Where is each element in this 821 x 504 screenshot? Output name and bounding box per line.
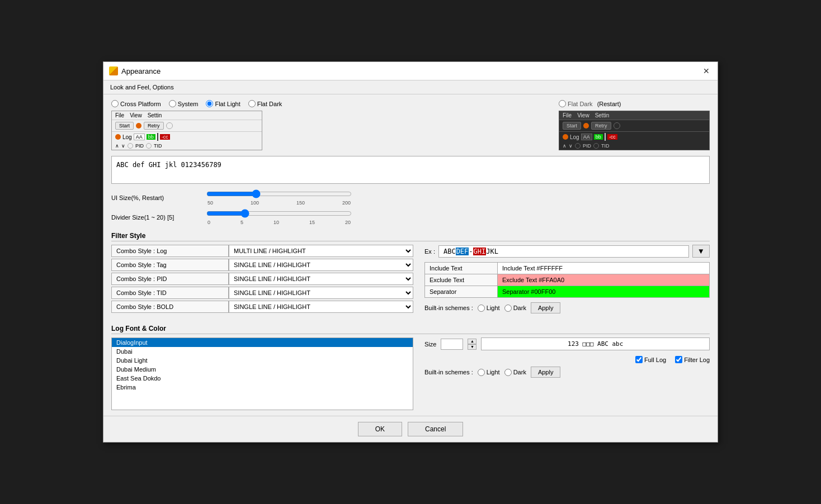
dialog-titlebar: Appearance ✕ bbox=[103, 62, 718, 80]
ex-highlight1: DEF bbox=[456, 248, 469, 255]
combo-select-tag-input[interactable]: MULTI LINE / HIGHLIGHT SINGLE LINE / HIG… bbox=[229, 259, 413, 270]
radio-flat-dark-2-input[interactable] bbox=[559, 100, 566, 107]
cs-exclude-value[interactable]: Exclude Text #FFA0A0 bbox=[498, 274, 710, 286]
combo-row-tid: Combo Style : TID MULTI LINE / HIGHLIGHT… bbox=[111, 287, 413, 299]
combo-select-tid-input[interactable]: MULTI LINE / HIGHLIGHT SINGLE LINE / HIG… bbox=[229, 287, 413, 298]
combo-select-bold[interactable]: MULTI LINE / HIGHLIGHT SINGLE LINE / HIG… bbox=[229, 301, 413, 313]
radio-cross-platform-input[interactable] bbox=[111, 100, 119, 107]
divider-size-ticks: 0 5 10 15 20 bbox=[206, 220, 352, 225]
size-row: Size 12 ▲ ▼ 123 □□□ ABC abc bbox=[424, 337, 710, 350]
font-radio-dark[interactable]: Dark bbox=[504, 369, 526, 376]
font-item-1[interactable]: Dubai bbox=[112, 347, 413, 356]
mini-retry-btn-light[interactable]: Retry bbox=[144, 122, 164, 130]
radio-system-input[interactable] bbox=[169, 100, 176, 107]
mini-log-row-light: Log AA bb -cc bbox=[112, 132, 262, 142]
mini-start-btn-light[interactable]: Start bbox=[115, 122, 134, 130]
mini-start-btn-dark[interactable]: Start bbox=[563, 122, 581, 130]
radio-system[interactable]: System bbox=[169, 100, 199, 107]
size-down-button[interactable]: ▼ bbox=[468, 344, 476, 350]
mini-toolbar-dark: Start Retry bbox=[559, 120, 709, 132]
separator-dark bbox=[605, 133, 606, 141]
divider-size-label: Divider Size(1 ~ 20) [5] bbox=[111, 214, 201, 221]
mini-retry-btn-dark[interactable]: Retry bbox=[591, 122, 611, 130]
combo-select-log-input[interactable]: MULTI LINE / HIGHLIGHT SINGLE LINE / HIG… bbox=[229, 245, 413, 256]
font-radio-light[interactable]: Light bbox=[478, 369, 500, 376]
ex-sep: - bbox=[469, 248, 473, 255]
radio-flat-light-input[interactable] bbox=[206, 100, 213, 107]
radio-flat-light[interactable]: Flat Light bbox=[206, 100, 240, 107]
radio-flat-dark-input[interactable] bbox=[248, 100, 256, 107]
restart-note: (Restart) bbox=[597, 101, 621, 107]
cs-exclude-label: Exclude Text bbox=[425, 274, 498, 286]
cancel-button[interactable]: Cancel bbox=[408, 422, 463, 436]
divider-size-slider[interactable] bbox=[206, 209, 352, 218]
ui-size-slider[interactable] bbox=[206, 189, 352, 198]
font-list-wrapper[interactable]: DialogInput Dubai Dubai Light Dubai Medi… bbox=[111, 337, 413, 410]
font-item-0[interactable]: DialogInput bbox=[112, 338, 413, 347]
filter-log-checkbox[interactable] bbox=[675, 356, 682, 363]
ex-before: ABC bbox=[443, 248, 456, 255]
titlebar-left: Appearance bbox=[109, 66, 161, 75]
combo-select-tag[interactable]: MULTI LINE / HIGHLIGHT SINGLE LINE / HIG… bbox=[229, 259, 413, 271]
combo-row-log: Combo Style : Log MULTI LINE / HIGHLIGHT… bbox=[111, 245, 413, 257]
checkbox-row: Full Log Filter Log bbox=[424, 356, 710, 363]
font-radio-light-input[interactable] bbox=[478, 369, 485, 376]
color-scheme-table: Include Text Include Text #FFFFFF Exclud… bbox=[424, 262, 710, 298]
tag-aa-light: AA bbox=[134, 134, 145, 140]
font-radio-dark-input[interactable] bbox=[504, 369, 512, 376]
log-dot-dark bbox=[563, 134, 568, 140]
divider-size-slider-container: 0 5 10 15 20 bbox=[206, 209, 352, 225]
filter-radio-light[interactable]: Light bbox=[478, 305, 500, 312]
combo-select-log[interactable]: MULTI LINE / HIGHLIGHT SINGLE LINE / HIG… bbox=[229, 245, 413, 257]
mini-log-row-dark: Log AA bb -cc bbox=[559, 132, 709, 142]
combo-select-bold-input[interactable]: MULTI LINE / HIGHLIGHT SINGLE LINE / HIG… bbox=[229, 301, 413, 312]
font-builtin-label: Built-in schemes : bbox=[424, 369, 473, 375]
filter-log-checkbox-label[interactable]: Filter Log bbox=[675, 356, 710, 363]
combo-label-log: Combo Style : Log bbox=[111, 245, 229, 257]
size-input[interactable]: 12 bbox=[441, 339, 463, 350]
close-button[interactable]: ✕ bbox=[701, 65, 712, 77]
preview-area: Cross Platform System Flat Light Flat Da… bbox=[111, 100, 710, 150]
full-log-checkbox-label[interactable]: Full Log bbox=[635, 356, 666, 363]
combo-label-tid: Combo Style : TID bbox=[111, 287, 229, 299]
size-up-button[interactable]: ▲ bbox=[468, 339, 476, 344]
font-item-5[interactable]: Ebrima bbox=[112, 383, 413, 392]
font-item-3[interactable]: Dubai Medium bbox=[112, 365, 413, 374]
combo-row-tag: Combo Style : Tag MULTI LINE / HIGHLIGHT… bbox=[111, 259, 413, 271]
combo-select-tid[interactable]: MULTI LINE / HIGHLIGHT SINGLE LINE / HIG… bbox=[229, 287, 413, 299]
preview-dark-area: Flat Dark (Restart) File View Settin Sta… bbox=[559, 100, 710, 150]
font-preview-box: 123 □□□ ABC abc bbox=[481, 337, 710, 350]
ui-size-row: UI Size(%, Restart) 50 100 150 200 bbox=[111, 189, 710, 206]
full-log-checkbox[interactable] bbox=[635, 356, 643, 363]
combo-table: Combo Style : Log MULTI LINE / HIGHLIGHT… bbox=[111, 245, 413, 318]
combo-select-pid[interactable]: MULTI LINE / HIGHLIGHT SINGLE LINE / HIG… bbox=[229, 273, 413, 285]
font-color-header: Log Font & Color bbox=[111, 325, 710, 334]
font-apply-button[interactable]: Apply bbox=[531, 367, 561, 378]
ok-button[interactable]: OK bbox=[358, 422, 402, 436]
radio-flat-dark-label[interactable]: Flat Dark bbox=[559, 100, 593, 107]
ex-row: Ex : ABCDEF-GHIJKL ▼ bbox=[424, 245, 710, 258]
combo-select-pid-input[interactable]: MULTI LINE / HIGHLIGHT SINGLE LINE / HIG… bbox=[229, 273, 413, 284]
filter-radio-dark[interactable]: Dark bbox=[504, 305, 526, 312]
filter-radio-dark-input[interactable] bbox=[504, 305, 512, 312]
filter-right-panel: Ex : ABCDEF-GHIJKL ▼ Include Text Includ… bbox=[424, 245, 710, 318]
size-label: Size bbox=[424, 341, 436, 348]
cs-separator-value[interactable]: Separator #00FF00 bbox=[498, 286, 710, 298]
size-spinner: ▲ ▼ bbox=[468, 339, 476, 350]
dialog-body: Cross Platform System Flat Light Flat Da… bbox=[103, 94, 718, 416]
preview-light: Cross Platform System Flat Light Flat Da… bbox=[111, 100, 548, 150]
font-item-4[interactable]: East Sea Dokdo bbox=[112, 374, 413, 383]
ex-preview-box: ABCDEF-GHIJKL bbox=[438, 245, 689, 258]
combo-label-bold: Combo Style : BOLD bbox=[111, 301, 229, 313]
ex-chevron-button[interactable]: ▼ bbox=[692, 245, 710, 258]
ui-size-ticks: 50 100 150 200 bbox=[206, 200, 352, 206]
radio-flat-dark[interactable]: Flat Dark bbox=[248, 100, 282, 107]
font-item-2[interactable]: Dubai Light bbox=[112, 356, 413, 365]
radio-cross-platform[interactable]: Cross Platform bbox=[111, 100, 161, 107]
filter-radio-light-input[interactable] bbox=[478, 305, 485, 312]
separator-light bbox=[157, 133, 158, 141]
filter-apply-button[interactable]: Apply bbox=[531, 302, 561, 313]
cs-include-value[interactable]: Include Text #FFFFFF bbox=[498, 263, 710, 274]
font-color-area: DialogInput Dubai Dubai Light Dubai Medi… bbox=[111, 337, 710, 410]
divider-size-row: Divider Size(1 ~ 20) [5] 0 5 10 15 20 bbox=[111, 209, 710, 225]
